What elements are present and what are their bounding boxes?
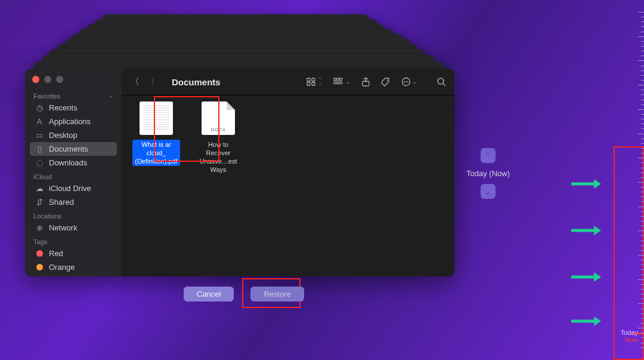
file-grid[interactable]: What is ar cloud_ (Definition).pdf DOCX … bbox=[122, 95, 454, 276]
finder-window: Favorites ⌄ ◷ Recents A Applications ▭ D… bbox=[25, 69, 454, 276]
sidebar-item-tag-orange[interactable]: Orange bbox=[30, 260, 117, 274]
file-item[interactable]: DOCX How to Recover Unsave…est Ways bbox=[194, 101, 242, 270]
svg-marker-19 bbox=[594, 179, 601, 189]
svg-rect-3 bbox=[312, 82, 315, 85]
svg-rect-4 bbox=[334, 78, 336, 81]
svg-rect-8 bbox=[337, 82, 339, 84]
cancel-button[interactable]: Cancel bbox=[184, 287, 234, 301]
finder-sidebar: Favorites ⌄ ◷ Recents A Applications ▭ D… bbox=[25, 69, 122, 276]
svg-point-14 bbox=[405, 81, 407, 82]
svg-rect-6 bbox=[340, 78, 342, 81]
tag-button[interactable] bbox=[380, 77, 392, 87]
network-icon: ⊕ bbox=[35, 223, 44, 232]
sidebar-item-network[interactable]: ⊕ Network bbox=[30, 221, 117, 235]
sidebar-item-shared[interactable]: ⇵ Shared bbox=[30, 195, 117, 209]
shared-icon: ⇵ bbox=[35, 198, 44, 207]
annotation-arrow-icon bbox=[571, 226, 601, 235]
sidebar-section-locations: Locations bbox=[30, 209, 117, 221]
chevron-down-icon[interactable]: ⌄ bbox=[109, 93, 113, 100]
back-button[interactable]: 〈 bbox=[129, 76, 141, 88]
annotation-arrow-icon bbox=[571, 316, 601, 326]
timeline-up-button[interactable]: ⌃ bbox=[481, 148, 496, 163]
file-name: What is ar cloud_ (Definition).pdf bbox=[132, 140, 180, 166]
svg-rect-1 bbox=[312, 78, 315, 81]
svg-marker-21 bbox=[594, 226, 601, 235]
file-thumbnail-icon: DOCX bbox=[202, 101, 235, 135]
tag-dot-icon bbox=[35, 250, 44, 257]
svg-rect-7 bbox=[334, 82, 336, 84]
cloud-icon: ☁ bbox=[35, 184, 44, 193]
svg-line-17 bbox=[443, 84, 445, 86]
timeline-now-mark bbox=[632, 333, 644, 334]
sidebar-item-label: Downloads bbox=[49, 158, 87, 167]
svg-point-15 bbox=[407, 81, 408, 82]
sidebar-item-applications[interactable]: A Applications bbox=[30, 115, 117, 128]
sidebar-item-label: Recents bbox=[49, 103, 78, 112]
svg-point-11 bbox=[387, 80, 388, 81]
file-item[interactable]: What is ar cloud_ (Definition).pdf bbox=[132, 101, 180, 270]
minimize-button[interactable] bbox=[44, 76, 51, 83]
sidebar-item-downloads[interactable]: ◌ Downloads bbox=[30, 156, 117, 170]
sidebar-item-label: Applications bbox=[49, 117, 91, 126]
applications-icon: A bbox=[35, 117, 44, 126]
timeline-nav: ⌃ Today (Now) ⌄ bbox=[466, 148, 510, 199]
share-button[interactable] bbox=[360, 77, 371, 87]
sidebar-item-recents[interactable]: ◷ Recents bbox=[30, 101, 117, 115]
desktop-icon: ▭ bbox=[35, 131, 44, 140]
sidebar-item-label: Orange bbox=[49, 263, 75, 272]
sidebar-section-tags: Tags bbox=[30, 235, 117, 247]
sidebar-item-label: Shared bbox=[49, 198, 74, 207]
annotation-arrow-icon bbox=[571, 272, 601, 282]
finder-main: 〈 〉 Documents ⌃⌄ ⌄ ⌄ bbox=[122, 69, 454, 276]
annotation-arrow-icon bbox=[571, 179, 601, 189]
svg-rect-9 bbox=[340, 82, 342, 84]
sidebar-item-documents[interactable]: ▯ Documents bbox=[30, 142, 117, 156]
timeline-label: Today (Now) bbox=[466, 169, 510, 178]
document-icon: ▯ bbox=[35, 144, 44, 153]
svg-point-16 bbox=[438, 78, 444, 84]
action-buttons: Cancel Restore bbox=[184, 287, 304, 301]
search-button[interactable] bbox=[435, 77, 447, 87]
view-grid-button[interactable]: ⌃⌄ bbox=[305, 78, 324, 86]
svg-rect-0 bbox=[307, 78, 310, 81]
sidebar-item-tag-red[interactable]: Red bbox=[30, 247, 117, 260]
finder-toolbar: 〈 〉 Documents ⌃⌄ ⌄ ⌄ bbox=[122, 69, 454, 95]
fullscreen-button[interactable] bbox=[56, 76, 63, 83]
timeline-now-label: Now bbox=[621, 336, 638, 343]
more-button[interactable]: ⌄ bbox=[400, 77, 419, 87]
sidebar-item-label: Desktop bbox=[49, 131, 78, 140]
svg-rect-5 bbox=[337, 78, 339, 81]
downloads-icon: ◌ bbox=[35, 158, 44, 167]
window-controls bbox=[30, 75, 117, 89]
window-title: Documents bbox=[172, 77, 221, 87]
svg-rect-2 bbox=[307, 82, 310, 85]
sidebar-section-icloud: iCloud bbox=[30, 170, 117, 181]
timeline-down-button[interactable]: ⌄ bbox=[481, 184, 496, 199]
restore-button[interactable]: Restore bbox=[250, 287, 304, 301]
timeline-ruler-labels: Today Now bbox=[621, 329, 638, 343]
svg-point-13 bbox=[404, 81, 405, 82]
sidebar-section-favorites: Favorites ⌄ bbox=[30, 89, 117, 101]
svg-marker-25 bbox=[594, 316, 601, 326]
file-name: How to Recover Unsave…est Ways bbox=[194, 140, 242, 174]
file-thumbnail-icon bbox=[140, 101, 173, 135]
sidebar-item-desktop[interactable]: ▭ Desktop bbox=[30, 128, 117, 142]
svg-marker-23 bbox=[594, 272, 601, 282]
timeline-today-label: Today bbox=[621, 329, 638, 336]
group-button[interactable]: ⌄ bbox=[332, 78, 352, 86]
timeline-ruler[interactable] bbox=[638, 0, 644, 360]
sidebar-item-label: Documents bbox=[49, 144, 88, 153]
close-button[interactable] bbox=[32, 76, 39, 83]
sidebar-item-icloud-drive[interactable]: ☁ iCloud Drive bbox=[30, 181, 117, 195]
sidebar-item-label: iCloud Drive bbox=[49, 184, 91, 193]
clock-icon: ◷ bbox=[35, 103, 44, 112]
sidebar-item-label: Red bbox=[49, 249, 63, 258]
tag-dot-icon bbox=[35, 264, 44, 270]
sidebar-item-label: Network bbox=[49, 223, 78, 232]
forward-button[interactable]: 〉 bbox=[149, 76, 161, 88]
